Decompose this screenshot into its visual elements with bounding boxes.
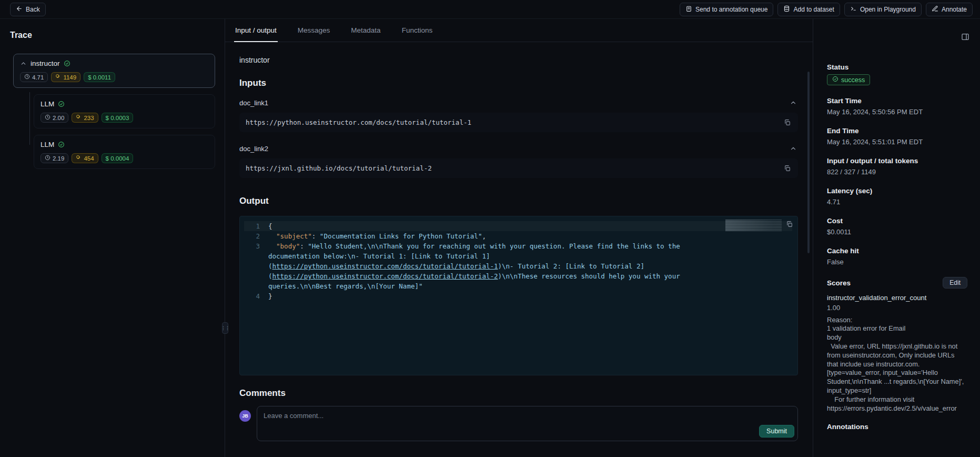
score-name: instructor_validation_error_count [827,294,967,302]
detail-row-cache-hit: Cache hit False [827,247,967,266]
trace-item-llm-1[interactable]: LLM 2.00 233 [34,94,215,128]
app: Back Send to annotation queue Add to dat… [0,0,980,457]
status-label: Status [827,63,967,71]
collapse-chevron-icon[interactable] [20,60,27,67]
cost-badge: $ 0.0004 [102,153,134,163]
code-line: 2 "subject": "Documentation Links for Py… [244,231,792,241]
observation-title: instructor [239,56,798,64]
trace-item-llm-2[interactable]: LLM 2.19 454 [34,135,215,169]
collapse-section-button[interactable] [789,98,798,107]
tab-functions[interactable]: Functions [401,19,434,42]
detail-row-end-time: End Time May 16, 2024, 5:51:01 PM EDT [827,127,967,146]
open-in-playground-button[interactable]: Open in Playground [844,3,922,16]
tab-bar: Input / output Messages Metadata Functio… [225,19,813,42]
input-field-name: doc_link2 [239,145,268,153]
trace-item-badges: 2.19 454 $ 0.0004 [41,153,208,163]
annotate-button[interactable]: Annotate [926,3,973,16]
comments-heading: Comments [239,388,798,399]
tokens-badge: 454 [72,153,98,163]
add-to-dataset-label: Add to dataset [793,6,834,13]
arrow-left-icon [16,5,23,14]
submit-comment-button[interactable]: Submit [759,425,794,438]
copy-button[interactable] [783,164,792,173]
trace-panel-title: Trace [10,31,215,40]
open-in-playground-label: Open in Playground [860,6,916,13]
output-heading: Output [239,196,798,206]
trace-item-label: LLM [41,100,54,108]
cost-badge: $ 0.0011 [84,72,115,82]
copy-button[interactable] [783,118,792,127]
send-to-annotation-queue-label: Send to annotation queue [695,6,767,13]
latency-badge: 4.71 [20,72,48,82]
detail-sidebar: Status success Start Time May 16, 2024, … [813,19,980,457]
success-check-icon [64,60,70,67]
main-panel: Input / output Messages Metadata Functio… [225,19,813,457]
input-field-doc-link2: doc_link2 https://jxnl.github.io/docs/tu… [239,144,798,178]
status-badge: success [827,74,870,85]
topbar: Back Send to annotation queue Add to dat… [0,0,980,19]
annotate-label: Annotate [942,6,967,13]
input-field-name: doc_link1 [239,99,268,107]
panel-resize-handle[interactable]: ⋮⋮ [222,322,228,334]
tokens-icon [76,155,82,162]
editor-minimap[interactable] [725,220,782,231]
tab-messages[interactable]: Messages [297,19,331,42]
check-circle-icon [832,76,838,84]
inputs-heading: Inputs [239,78,798,88]
input-field-doc-link1: doc_link1 https://python.useinstructor.c… [239,98,798,132]
trace-children: LLM 2.00 233 [29,94,215,169]
topbar-actions: Send to annotation queue Add to dataset … [680,3,973,16]
code-line: 1{ [244,221,792,231]
layout: Trace instructor 4.71 [0,19,980,457]
scrollbar-thumb[interactable] [807,72,810,253]
back-button[interactable]: Back [10,3,46,16]
clock-icon [24,74,30,81]
trace-item-instructor[interactable]: instructor 4.71 1149 $ 0.0011 [13,54,215,88]
detail-row-start-time: Start Time May 16, 2024, 5:50:56 PM EDT [827,97,967,116]
annotate-icon [932,5,938,14]
main-content: instructor Inputs doc_link1 https://pyth… [225,56,813,457]
comment-input[interactable] [264,412,791,422]
detail-row-latency: Latency (sec) 4.71 [827,187,967,206]
trace-item-label: instructor [31,59,60,67]
clock-icon [45,155,50,162]
add-to-dataset-button[interactable]: Add to dataset [777,3,840,16]
detail-row-cost: Cost $0.0011 [827,217,967,236]
trace-item-badges: 4.71 1149 $ 0.0011 [20,72,208,82]
copy-output-button[interactable] [785,220,794,228]
tokens-icon [55,74,61,81]
input-field-value: https://python.useinstructor.com/docs/tu… [246,118,471,126]
code-line: 4} [244,291,792,301]
code-line: 3 "body": "Hello Student,\n\nThank you f… [244,241,792,291]
clock-icon [45,114,50,121]
output-code-editor[interactable]: 1{2 "subject": "Documentation Links for … [239,216,798,375]
tokens-icon [76,114,82,121]
trace-item-badges: 2.00 233 $ 0.0003 [41,113,208,123]
collapse-section-button[interactable] [789,144,798,153]
scores-header: Scores Edit [827,277,967,289]
collapse-panel-button[interactable] [960,32,971,42]
tree-connector [29,92,30,145]
dataset-icon [783,5,790,14]
tab-metadata[interactable]: Metadata [350,19,381,42]
input-field-value: https://jxnl.github.io/docs/tutorial/tut… [246,164,432,172]
latency-badge: 2.00 [41,113,68,123]
send-to-annotation-queue-button[interactable]: Send to annotation queue [680,3,773,16]
tab-input-output[interactable]: Input / output [234,19,278,42]
annotation-queue-icon [685,5,692,14]
comment-box: Submit [257,406,798,441]
score-reason-label: Reason: [827,316,967,324]
score-value: 1.00 [827,304,967,312]
latency-badge: 2.19 [41,153,68,163]
scores-heading: Scores [827,279,851,287]
edit-scores-button[interactable]: Edit [943,277,967,289]
output-code: 1{2 "subject": "Documentation Links for … [244,221,792,301]
success-check-icon [58,101,65,107]
comment-section: JB Submit [239,406,798,441]
success-check-icon [58,141,65,148]
detail-row-tokens: Input / output / total tokens 822 / 327 … [827,157,967,176]
playground-icon [850,5,857,14]
trace-sidebar: Trace instructor 4.71 [0,19,225,457]
score-reason-text: 1 validation error for Email body Value … [827,324,967,413]
cost-badge: $ 0.0003 [102,113,134,123]
